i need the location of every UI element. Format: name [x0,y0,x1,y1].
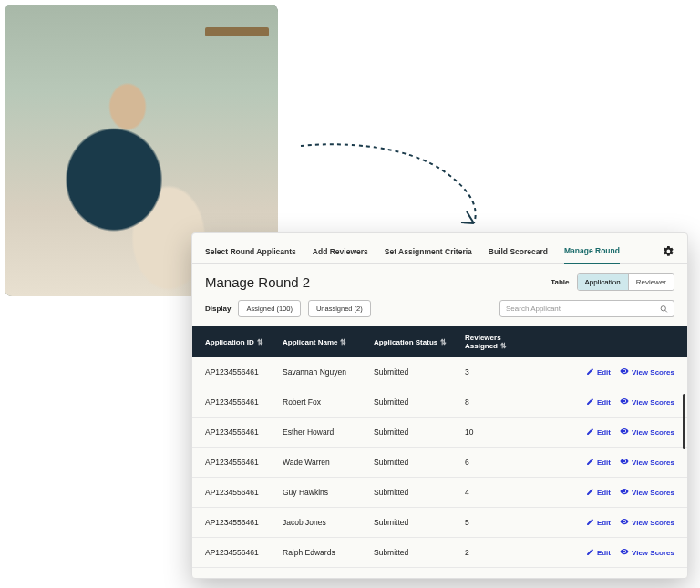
view-scores-button[interactable]: View Scores [620,517,674,528]
app-window: Select Round Applicants Add Reviewers Se… [191,232,688,579]
table-row: AP1234556461Wade WarrenSubmitted6EditVie… [192,448,687,478]
svg-line-1 [665,310,667,312]
edit-button[interactable]: Edit [586,548,611,558]
cell-status: Submitted [374,488,465,497]
cell-applicant-name: Guy Hawkins [283,488,374,497]
cell-reviewers: 2 [465,548,529,557]
table-row: AP1234556461Robert FoxSubmitted8EditView… [192,387,687,418]
pencil-icon [586,397,594,407]
edit-button[interactable]: Edit [586,397,611,407]
cell-applicant-name: Wade Warren [283,458,374,467]
view-scores-button[interactable]: View Scores [620,547,674,558]
pencil-icon [586,458,594,468]
eye-icon [620,487,629,498]
cell-applicant-name: Esther Howard [283,428,374,437]
table-row: AP1234556461Esther HowardSubmitted10Edit… [192,418,687,448]
table-row: AP1234556461Jacob JonesSubmitted5EditVie… [192,508,687,538]
pencil-icon [586,548,594,558]
view-toggle-label: Table [551,278,569,286]
edit-button[interactable]: Edit [586,428,611,438]
edit-button[interactable]: Edit [586,458,611,468]
chip-assigned[interactable]: Assigned (100) [238,300,300,317]
edit-button[interactable]: Edit [586,488,611,498]
col-application-id[interactable]: Application ID⇅ [205,338,283,346]
sort-icon: ⇅ [440,338,447,346]
eye-icon [620,577,629,578]
edit-button[interactable]: Edit [586,367,611,377]
col-reviewers-assigned[interactable]: Reviewers Assigned⇅ [465,334,529,350]
cell-status: Submitted [374,548,465,557]
pencil-icon [586,367,594,377]
cell-status: Submitted [374,428,465,437]
cell-reviewers: 3 [465,367,529,377]
search-icon [660,304,668,314]
page-title: Manage Round 2 [205,274,310,290]
title-row: Manage Round 2 Table Application Reviewe… [192,264,687,294]
eye-icon [620,457,629,468]
eye-icon [620,427,629,438]
view-scores-button[interactable]: View Scores [620,397,674,407]
pencil-icon [586,578,594,579]
search [499,300,674,317]
col-reviewers-assigned-label: Reviewers Assigned [465,334,501,350]
col-applicant-name[interactable]: Applicant Name⇅ [283,338,374,346]
search-button[interactable] [654,300,674,317]
sort-icon: ⇅ [500,342,507,350]
view-toggle: Table Application Reviewer [551,273,674,291]
pencil-icon [586,428,594,438]
tab-add-reviewers[interactable]: Add Reviewers [313,242,368,263]
cell-reviewers: 5 [465,518,529,527]
shelf-decor [205,27,269,36]
table-row: AP1234556461Savannah NguyenSubmitted3Edi… [192,357,687,387]
seg-application[interactable]: Application [578,274,629,290]
cell-applicant-name: Robert Fox [283,397,374,407]
col-application-status[interactable]: Application Status⇅ [374,338,465,346]
pencil-icon [586,488,594,498]
seg-reviewer[interactable]: Reviewer [629,274,674,290]
col-application-id-label: Application ID [205,338,254,346]
table-body: AP1234556461Savannah NguyenSubmitted3Edi… [192,357,687,578]
view-scores-button[interactable]: View Scores [620,427,674,438]
cell-status: Submitted [374,367,465,377]
search-input[interactable] [499,300,654,317]
eye-icon [620,547,629,558]
scrollbar[interactable] [683,394,685,449]
cell-applicant-name: Jacob Jones [283,518,374,527]
view-scores-button[interactable]: View Scores [620,487,674,498]
eye-icon [620,517,629,528]
col-application-status-label: Application Status [374,338,438,346]
tab-build-scorecard[interactable]: Build Scorecard [489,242,548,263]
view-scores-button[interactable]: View Scores [620,577,674,578]
cell-application-id: AP1234556461 [205,548,283,557]
view-scores-button[interactable]: View Scores [620,457,674,468]
cell-reviewers: 6 [465,458,529,467]
cell-status: Submitted [374,518,465,527]
eye-icon [620,366,629,377]
chip-unassigned[interactable]: Unassigned (2) [308,300,371,317]
cell-reviewers: 8 [465,397,529,407]
tab-manage-round[interactable]: Manage Round [564,241,620,264]
pencil-icon [586,518,594,528]
tab-set-criteria[interactable]: Set Assignment Criteria [385,242,472,263]
edit-button[interactable]: Edit [586,578,611,579]
sort-icon: ⇅ [340,338,346,346]
view-scores-button[interactable]: View Scores [620,366,674,377]
svg-point-0 [661,305,665,310]
eye-icon [620,397,629,407]
edit-button[interactable]: Edit [586,518,611,528]
col-applicant-name-label: Applicant Name [283,338,337,346]
cell-reviewers: 10 [465,428,529,437]
gear-icon[interactable] [663,245,674,259]
tab-select-round[interactable]: Select Round Applicants [205,242,296,263]
table-row: AP1234556461Darlene RobertsonSubmitted1E… [192,568,687,578]
cell-application-id: AP1234556461 [205,367,283,377]
display-label: Display [205,304,231,313]
cell-status: Submitted [374,397,465,407]
cell-applicant-name: Savannah Nguyen [283,367,374,377]
cell-status: Submitted [374,458,465,467]
cell-application-id: AP1234556461 [205,488,283,497]
cell-application-id: AP1234556461 [205,518,283,527]
cell-application-id: AP1234556461 [205,428,283,437]
cell-application-id: AP1234556461 [205,397,283,407]
cell-application-id: AP1234556461 [205,458,283,467]
